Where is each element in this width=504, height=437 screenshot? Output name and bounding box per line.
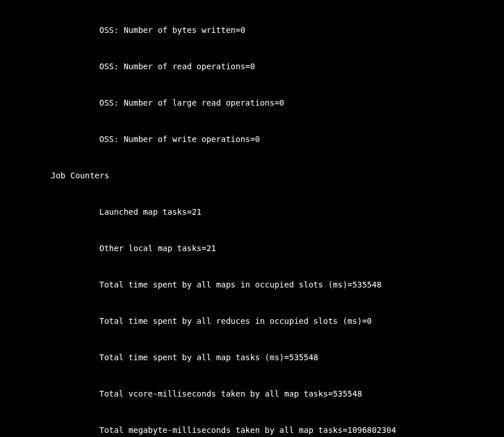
oss-line: OSS: Number of write operations=0 [2, 133, 502, 145]
job-counters-header: Job Counters [2, 170, 502, 182]
terminal-output[interactable]: OSS: Number of bytes written=0 OSS: Numb… [0, 0, 504, 437]
job-counter-line: Total megabyte-milliseconds taken by all… [2, 424, 502, 436]
oss-line: OSS: Number of bytes written=0 [2, 24, 502, 36]
job-counter-line: Total time spent by all reduces in occup… [2, 315, 502, 327]
oss-line: OSS: Number of read operations=0 [2, 61, 502, 73]
job-counter-line: Other local map tasks=21 [2, 242, 502, 255]
job-counter-line: Total time spent by all map tasks (ms)=5… [2, 352, 502, 364]
job-counter-line: Total vcore-milliseconds taken by all ma… [2, 388, 502, 400]
job-counter-line: Launched map tasks=21 [2, 206, 502, 218]
job-counter-line: Total time spent by all maps in occupied… [2, 279, 502, 291]
oss-line: OSS: Number of large read operations=0 [2, 97, 502, 109]
